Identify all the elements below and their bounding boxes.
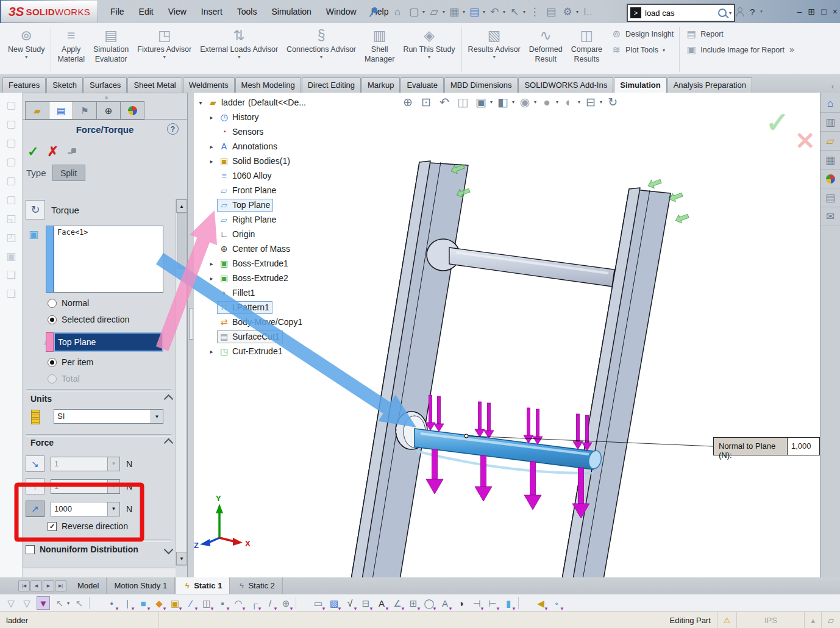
per-item-radio[interactable]	[48, 358, 57, 367]
undo-icon[interactable]: ↶ ▾	[487, 4, 505, 19]
rotate-view-icon[interactable]: ↻ ▾	[605, 94, 621, 110]
settings-gear-icon[interactable]: ⚙ ▾	[560, 4, 578, 19]
filter-solid-bodies-icon[interactable]: ▣	[169, 597, 181, 609]
filter-edges-icon[interactable]: |	[121, 597, 133, 609]
ribbon-button[interactable]: ▧ Results Advisor ▾	[464, 24, 525, 74]
study-tab[interactable]: ϟ Static 1	[175, 577, 230, 594]
zoom-fit-icon[interactable]: ⊕ ▾	[400, 94, 416, 110]
faces-selection-box[interactable]: Face<1>	[54, 226, 163, 293]
filter-notes-icon[interactable]: A	[376, 597, 388, 609]
filter-off-icon[interactable]: ▽	[5, 597, 17, 609]
view-cube-icon[interactable]: ▢	[5, 174, 17, 187]
options-list-icon[interactable]: ▤ ▾	[544, 4, 558, 19]
zoom-area-icon[interactable]: ⊡ ▾	[418, 94, 434, 110]
filter-extra2-icon[interactable]: ◦	[550, 597, 563, 609]
save-icon[interactable]: ▦ ▾	[447, 4, 465, 19]
ok-button[interactable]: ✓	[27, 144, 38, 160]
print-icon[interactable]: ▤ ▾	[467, 4, 485, 19]
filter-weight-icon[interactable]: ◑	[455, 597, 467, 609]
force-value-input[interactable]: 1 ▼	[51, 457, 120, 471]
filter-surface-finish-icon[interactable]: √	[344, 597, 356, 609]
torque-button[interactable]: ↻	[26, 200, 45, 219]
view-cube-icon[interactable]: ▢	[5, 137, 17, 149]
tree-item[interactable]: ⊕ Center of Mass	[206, 241, 309, 256]
status-tag-icon[interactable]: ▱	[822, 612, 840, 628]
appearances-icon[interactable]: ●	[820, 169, 840, 188]
tab-nav-icon[interactable]: ▶	[43, 580, 54, 591]
property-manager-tab[interactable]: ⊕	[96, 101, 120, 120]
ribbon-button[interactable]: ◫ Compare Results ▾	[567, 24, 607, 74]
tree-item[interactable]: ▣ Boss-Extrude2	[206, 271, 309, 285]
filter-weld-icon[interactable]: ∠	[391, 597, 404, 609]
filter-midpoints-icon[interactable]: /	[264, 597, 276, 609]
filter-curves-icon[interactable]: ◠	[232, 597, 244, 609]
copy-body-icon[interactable]: ❏	[5, 288, 17, 300]
view-cube-icon[interactable]: ▢	[5, 118, 17, 130]
tab-type[interactable]: Type	[26, 168, 46, 178]
status-caret-icon[interactable]: ▴	[805, 612, 822, 628]
menu-item[interactable]: Edit	[132, 4, 160, 19]
ribbon-stack-button[interactable]: ≋ Plot Tools ▾	[610, 44, 674, 56]
selected-direction-radio[interactable]	[48, 315, 57, 324]
home-icon[interactable]: ⌂	[820, 94, 840, 113]
command-tab[interactable]: Sketch	[46, 77, 83, 93]
view-cube-icon[interactable]: ▢	[5, 155, 17, 168]
status-units[interactable]: IPS	[737, 612, 805, 628]
filter-hatch-icon[interactable]: ▨	[328, 597, 340, 609]
reference-icon[interactable]: ◰	[5, 231, 17, 243]
tree-item[interactable]: ▱ Front Plane	[206, 183, 309, 198]
filter-faces-icon[interactable]: ■	[137, 597, 149, 609]
filter-axes-icon[interactable]: ∕	[185, 597, 197, 609]
view-cube-icon[interactable]: ▢	[5, 99, 17, 111]
view-settings-icon[interactable]: ⊟ ▾	[583, 94, 602, 110]
command-tab[interactable]: Analysis Preparation	[667, 77, 752, 93]
tab-nav-icon[interactable]: ▶|	[55, 580, 66, 591]
panel-collapse-handle[interactable]	[23, 93, 187, 102]
previous-view-icon[interactable]: ↶ ▾	[436, 94, 452, 110]
more-commands-icon[interactable]: I.. ▾	[580, 4, 595, 19]
ribbon-button[interactable]: ▥ Shell Manager ▾	[360, 24, 399, 74]
force-direction-icon[interactable]: ↘	[26, 455, 44, 472]
collapse-chevron-icon[interactable]	[164, 438, 174, 448]
design-library-icon[interactable]: ▥	[820, 113, 840, 132]
view-cube-icon[interactable]: ▢	[5, 193, 17, 205]
ribbon-button[interactable]: ≡ Apply Material ▾	[53, 24, 88, 74]
tree-root[interactable]: ▰ ladder (Default<<De...	[195, 95, 309, 110]
view-orientation-icon[interactable]: ▣ ▾	[473, 94, 493, 110]
filter-gtol-icon[interactable]: ⊞	[407, 597, 419, 609]
dropdown-arrow-icon[interactable]: ▼	[107, 480, 119, 493]
force-value-input[interactable]: 1 ▼	[51, 479, 120, 494]
splitter-grip[interactable]	[189, 308, 193, 340]
property-manager-tab[interactable]: ▤	[49, 101, 73, 120]
property-manager-tab[interactable]: ▰	[25, 101, 49, 120]
filter-datum-icon[interactable]: ⊟	[360, 597, 372, 609]
pin-icon[interactable]	[67, 146, 78, 157]
command-tab[interactable]: Surfaces	[84, 77, 127, 93]
tab-nav-icon[interactable]: |◀	[18, 580, 30, 591]
ribbon-stack-button[interactable]: ▣ Include Image for Report	[685, 44, 785, 56]
menu-item[interactable]: Insert	[194, 4, 229, 19]
filter-region-icon[interactable]: ▮	[502, 597, 514, 609]
filter-connect2-icon[interactable]: ⊢	[486, 597, 499, 609]
file-explorer-icon[interactable]: ▱	[820, 132, 840, 151]
dropdown-arrow-icon[interactable]: ▼	[107, 502, 119, 516]
tab-split[interactable]: Split	[52, 165, 85, 181]
property-manager-tab[interactable]: ⚑	[73, 101, 96, 120]
maximize-button[interactable]: □	[821, 7, 826, 16]
cancel-button[interactable]: ✗	[47, 144, 58, 160]
menu-item[interactable]: File	[104, 4, 131, 19]
confirm-cancel-icon[interactable]: ✕	[795, 127, 816, 155]
ribbon-button[interactable]: ⊚ New Study ▾	[4, 24, 49, 74]
panel-hscrollbar[interactable]	[23, 568, 176, 577]
graphics-viewport[interactable]: Y X Z ⊕ ▾ ⊡ ▾ ↶ ▾ ◫ ▾ ▣ ▾ ◧ ▾	[194, 93, 820, 577]
command-tab[interactable]: Sheet Metal	[127, 77, 182, 93]
filter-sketch-icon[interactable]: ┌	[248, 597, 260, 609]
help-icon[interactable]: ?	[750, 7, 755, 17]
normal-radio[interactable]	[48, 299, 57, 308]
tab-scroll-icon[interactable]: ‹	[828, 80, 838, 93]
callout-value[interactable]: 1,000	[787, 438, 819, 455]
collapse-chevron-icon[interactable]	[164, 394, 174, 404]
close-button[interactable]: ×	[833, 7, 838, 16]
force-value-input[interactable]: 1000 ▼	[51, 502, 120, 516]
panel-scrollbar[interactable]: ▲ ▼	[176, 199, 187, 566]
